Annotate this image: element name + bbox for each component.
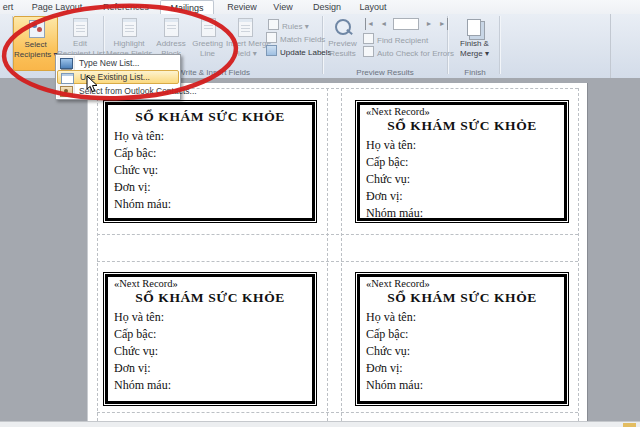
- tab-page-layout[interactable]: Page Layout: [26, 0, 88, 14]
- edit-recipient-list-icon: [70, 18, 90, 38]
- menu-item-use-existing-list[interactable]: Use Existing List...: [57, 70, 179, 84]
- field-line: Cấp bậc:: [114, 326, 306, 343]
- record-navigator: ◄ ◄ ► ►: [363, 18, 450, 31]
- margin-guide: [578, 88, 579, 421]
- field-line: Nhóm máu:: [114, 196, 306, 213]
- insert-merge-field-button[interactable]: Insert Merge Field ▾: [226, 16, 264, 58]
- field-line: Đơn vị:: [366, 188, 558, 205]
- next-record-button[interactable]: ►: [426, 18, 433, 30]
- tab-view[interactable]: View: [266, 0, 300, 14]
- menu-item-type-new-list[interactable]: Type New List...: [57, 56, 179, 70]
- field-line: Nhóm máu:: [366, 205, 558, 221]
- label-cell-top-left: SỔ KHÁM SỨC KHỎE Họ và tên: Cấp bậc: Chứ…: [103, 100, 321, 223]
- scrollbar-corner: [623, 423, 636, 427]
- field-line: Đơn vị:: [114, 360, 306, 377]
- first-record-button[interactable]: ◄: [365, 18, 374, 30]
- label-cell-bottom-right: «Next Record» SỔ KHÁM SỨC KHỎE Họ và tên…: [355, 272, 573, 406]
- field-line: Nhóm máu:: [366, 377, 558, 394]
- label-title: SỔ KHÁM SỨC KHỎE: [114, 109, 306, 124]
- field-line: Họ và tên:: [114, 128, 306, 145]
- field-line: Nhóm máu:: [114, 377, 306, 394]
- field-line: Chức vụ:: [366, 343, 558, 360]
- row-gridline: [97, 261, 578, 262]
- field-line: Họ và tên:: [366, 137, 558, 154]
- tab-references[interactable]: References: [98, 0, 154, 14]
- auto-check-errors-button[interactable]: Auto Check for Errors: [363, 46, 454, 59]
- rules-button[interactable]: Rules ▾: [268, 19, 309, 32]
- select-recipients-button[interactable]: Select Recipients ▾: [13, 16, 58, 71]
- edit-recipient-list-button[interactable]: Edit Recipient List: [57, 16, 103, 58]
- label-title: SỔ KHÁM SỨC KHỎE: [366, 290, 558, 305]
- tab-layout[interactable]: Layout: [352, 0, 394, 14]
- preview-results-button[interactable]: Preview Results: [324, 16, 361, 58]
- finish-merge-button[interactable]: Finish & Merge ▾: [452, 16, 497, 58]
- group-separator: [499, 16, 500, 74]
- address-block-icon: [161, 18, 181, 38]
- existing-list-table-icon: [61, 73, 74, 84]
- field-line: Chức vụ:: [114, 162, 306, 179]
- finish-group-label: Finish: [452, 68, 498, 77]
- field-line: Họ và tên:: [366, 309, 558, 326]
- update-labels-icon: [266, 45, 277, 56]
- outlook-contacts-icon: [60, 86, 73, 97]
- next-record-field: «Next Record»: [366, 106, 558, 117]
- tab-insert-partial[interactable]: ert: [0, 0, 16, 14]
- greeting-line-button[interactable]: Greeting Line: [190, 16, 225, 58]
- margin-guide: [97, 88, 98, 421]
- label-title: SỔ KHÁM SỨC KHỎE: [366, 118, 558, 133]
- document-area: SỔ KHÁM SỨC KHỎE Họ và tên: Cấp bậc: Chứ…: [0, 78, 640, 421]
- document-page[interactable]: SỔ KHÁM SỨC KHỎE Họ và tên: Cấp bậc: Chứ…: [88, 83, 587, 421]
- new-list-monitor-icon: [60, 58, 73, 69]
- tab-mailings[interactable]: Mailings: [160, 0, 214, 15]
- insert-merge-field-icon: [235, 18, 255, 38]
- next-record-field: «Next Record»: [366, 278, 558, 289]
- field-line: Đơn vị:: [114, 179, 306, 196]
- column-gridline: [341, 88, 342, 421]
- previous-record-button[interactable]: ◄: [380, 18, 387, 30]
- field-line: Đơn vị:: [366, 360, 558, 377]
- go-to-record-input[interactable]: [393, 18, 419, 30]
- row-gridline: [97, 234, 578, 235]
- update-labels-button[interactable]: Update Labels: [266, 45, 332, 58]
- match-fields-button[interactable]: Match Fields: [266, 32, 325, 45]
- label-title: SỔ KHÁM SỨC KHỎE: [114, 290, 306, 305]
- field-line: Chức vụ:: [366, 171, 558, 188]
- row-gridline: [97, 412, 578, 413]
- field-line: Cấp bậc:: [366, 326, 558, 343]
- preview-results-group-label: Preview Results: [324, 68, 446, 77]
- tab-design[interactable]: Design: [306, 0, 348, 14]
- address-block-button[interactable]: Address Block: [153, 16, 189, 58]
- column-gridline: [327, 88, 328, 421]
- find-recipient-icon: [363, 33, 374, 44]
- field-line: Họ và tên:: [114, 309, 306, 326]
- rules-icon: [268, 19, 279, 30]
- highlight-merge-fields-icon: [119, 18, 139, 38]
- last-record-button[interactable]: ►: [439, 18, 448, 30]
- greeting-line-icon: [198, 18, 218, 38]
- auto-check-errors-icon: [363, 46, 374, 57]
- tab-review[interactable]: Review: [220, 0, 264, 14]
- field-line: Cấp bậc:: [114, 145, 306, 162]
- label-cell-bottom-left: «Next Record» SỔ KHÁM SỨC KHỎE Họ và tên…: [103, 272, 321, 406]
- label-cell-top-right: «Next Record» SỔ KHÁM SỨC KHỎE Họ và tên…: [355, 100, 573, 223]
- start-mail-merge-button[interactable]: ail e ▾: [0, 16, 10, 58]
- window-edge: [610, 14, 611, 78]
- next-record-field: «Next Record»: [114, 278, 306, 289]
- horizontal-scrollbar[interactable]: [0, 421, 640, 427]
- find-recipient-button[interactable]: Find Recipient: [363, 33, 428, 46]
- select-recipients-icon: [26, 19, 46, 39]
- field-line: Cấp bậc:: [366, 154, 558, 171]
- field-line: Chức vụ:: [114, 343, 306, 360]
- preview-results-icon: [333, 18, 353, 38]
- menu-item-select-from-outlook[interactable]: Select from Outlook Contacts...: [57, 84, 179, 98]
- match-fields-icon: [266, 32, 277, 43]
- word-window: ert Page Layout References Mailings Revi…: [0, 0, 640, 427]
- finish-merge-icon: [465, 18, 485, 38]
- select-recipients-menu: Type New List... Use Existing List... Se…: [55, 54, 181, 100]
- highlight-merge-fields-button[interactable]: Highlight Merge Fields: [106, 16, 152, 58]
- ribbon-tab-bar: ert Page Layout References Mailings Revi…: [0, 0, 640, 15]
